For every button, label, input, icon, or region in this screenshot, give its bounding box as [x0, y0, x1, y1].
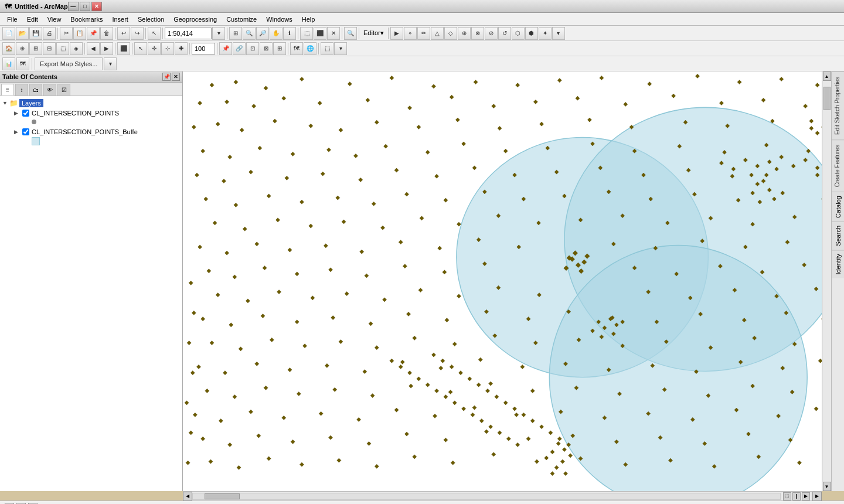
menu-insert[interactable]: Insert	[107, 15, 133, 24]
catalog-icon-btn[interactable]: Catalog	[832, 192, 844, 222]
nav3[interactable]: ⊞	[29, 42, 42, 55]
map-tool2[interactable]: 🌐	[304, 42, 316, 55]
search-icon-btn[interactable]: Search	[832, 222, 844, 250]
map-scale-input[interactable]	[192, 43, 215, 55]
menu-geoprocessing[interactable]: Geoprocessing	[169, 15, 222, 24]
export-icon2[interactable]: 🗺	[16, 57, 29, 70]
new-btn[interactable]: 📄	[2, 27, 15, 40]
save-btn[interactable]: 💾	[29, 27, 42, 40]
toc-tab-list[interactable]: ≡	[1, 84, 14, 96]
paste-btn[interactable]: 📌	[87, 27, 100, 40]
scroll-thumb-v[interactable]	[823, 87, 831, 110]
print-btn[interactable]: 🖨	[43, 27, 56, 40]
edit-tool4[interactable]: △	[431, 27, 444, 40]
select-features[interactable]: ⬛	[314, 27, 326, 40]
map-canvas[interactable]: Edit Sketch Properties Create Features C…	[183, 71, 844, 491]
export-map-styles-btn[interactable]: Export Map Styles...	[35, 57, 103, 70]
zoom-all[interactable]: ⊞	[229, 27, 242, 40]
layer1-label[interactable]: CL_INTERSECTION_POINTS	[32, 110, 119, 117]
nav6[interactable]: ◈	[70, 42, 83, 55]
edit-options[interactable]: ▾	[552, 27, 565, 40]
cursor2[interactable]: ✛	[148, 42, 161, 55]
edit-tool9[interactable]: ↺	[498, 27, 511, 40]
menu-view[interactable]: View	[43, 15, 66, 24]
cursor1[interactable]: ↖	[134, 42, 147, 55]
identify-btn[interactable]: ℹ	[283, 27, 296, 40]
menu-bookmarks[interactable]: Bookmarks	[66, 15, 107, 24]
menu-windows[interactable]: Windows	[261, 15, 297, 24]
scroll-left-btn[interactable]: ◀	[183, 492, 192, 501]
layer-select4[interactable]: ⊠	[260, 42, 273, 55]
map-btn1[interactable]: ⬚	[783, 492, 791, 500]
edit-tool11[interactable]: ⬢	[525, 27, 538, 40]
nav2[interactable]: ⊕	[16, 42, 29, 55]
scroll-right-btn[interactable]: ▶	[812, 492, 822, 501]
layer1-checkbox[interactable]	[22, 110, 29, 117]
maximize-button[interactable]: □	[80, 2, 90, 11]
redo-btn[interactable]: ↪	[131, 27, 144, 40]
nav5[interactable]: ⬚	[56, 42, 69, 55]
edit-tool1[interactable]: ▶	[390, 27, 403, 40]
edit-tool8[interactable]: ⊘	[485, 27, 498, 40]
zoom-out[interactable]: 🔎	[256, 27, 269, 40]
back-btn[interactable]: ◀	[87, 42, 100, 55]
undo-btn[interactable]: ↩	[117, 27, 130, 40]
map-btn2[interactable]: ‖	[792, 492, 801, 500]
edit-tool12[interactable]: ✦	[539, 27, 552, 40]
pan-btn[interactable]: ✋	[270, 27, 283, 40]
toc-tab-visibility[interactable]: 👁	[43, 84, 56, 96]
arrow-btn[interactable]: ↖	[148, 27, 161, 40]
scroll-down-btn[interactable]: ▼	[823, 482, 831, 491]
search-btn[interactable]: 🔍	[344, 27, 357, 40]
edit-tool5[interactable]: ◇	[444, 27, 457, 40]
toc-pin-btn[interactable]: 📌	[162, 73, 171, 81]
map-tool1[interactable]: 🗺	[290, 42, 303, 55]
identity-icon-btn[interactable]: Identity	[832, 250, 844, 278]
toc-tab-draw-order[interactable]: ↕	[15, 84, 28, 96]
layer-select3[interactable]: ⊡	[246, 42, 259, 55]
misc2[interactable]: ▾	[334, 42, 347, 55]
layer-select5[interactable]: ⊞	[273, 42, 286, 55]
toc-group-header[interactable]: ▼ 📁 Layers	[2, 98, 180, 108]
nav4[interactable]: ⊟	[43, 42, 56, 55]
map-btn3[interactable]: ▶	[802, 492, 810, 500]
minimize-button[interactable]: —	[68, 2, 79, 11]
zoom-in[interactable]: 🔍	[243, 27, 256, 40]
export-dropdown[interactable]: ▾	[104, 57, 117, 70]
edit-tool6[interactable]: ⊕	[458, 27, 471, 40]
menu-customize[interactable]: Customize	[222, 15, 261, 24]
menu-edit[interactable]: Edit	[22, 15, 43, 24]
edit-sketch-tab[interactable]: Edit Sketch Properties	[832, 71, 844, 139]
menu-help[interactable]: Help	[297, 15, 320, 24]
scale-input[interactable]: 1:50,414	[165, 28, 212, 39]
select-btn[interactable]: ⬚	[300, 27, 313, 40]
copy-btn[interactable]: 📋	[73, 27, 86, 40]
layer-select2[interactable]: 🔗	[233, 42, 246, 55]
menu-file[interactable]: File	[2, 15, 22, 24]
layer2-checkbox[interactable]	[22, 128, 29, 135]
open-btn[interactable]: 📂	[16, 27, 29, 40]
toc-tab-select[interactable]: ☑	[57, 84, 70, 96]
edit-tool2[interactable]: ⌖	[404, 27, 417, 40]
edit-tool7[interactable]: ⊗	[471, 27, 484, 40]
cursor4[interactable]: ✚	[175, 42, 188, 55]
misc1[interactable]: ⬚	[321, 42, 333, 55]
layer2-label[interactable]: CL_INTERSECTION_POINTS_Buffe	[32, 128, 138, 135]
cursor3[interactable]: ⊹	[161, 42, 174, 55]
close-button[interactable]: ✕	[91, 2, 102, 11]
scroll-thumb-h[interactable]	[205, 493, 240, 499]
layers-group-label[interactable]: Layers	[19, 99, 43, 107]
toc-close-btn[interactable]: ✕	[172, 73, 180, 81]
fwd-btn[interactable]: ▶	[100, 42, 113, 55]
edit-tool10[interactable]: ⬡	[512, 27, 525, 40]
cut-btn[interactable]: ✂	[60, 27, 73, 40]
export-icon1[interactable]: 📊	[2, 57, 15, 70]
create-features-tab[interactable]: Create Features	[832, 139, 844, 192]
menu-selection[interactable]: Selection	[133, 15, 169, 24]
edit-tool3[interactable]: ✏	[417, 27, 430, 40]
scale-dropdown[interactable]: ▾	[212, 27, 225, 40]
clear-select[interactable]: ✕	[327, 27, 340, 40]
scroll-up-btn[interactable]: ▲	[823, 71, 831, 81]
nav1[interactable]: 🏠	[2, 42, 15, 55]
toc-tab-source[interactable]: 🗂	[29, 84, 42, 96]
